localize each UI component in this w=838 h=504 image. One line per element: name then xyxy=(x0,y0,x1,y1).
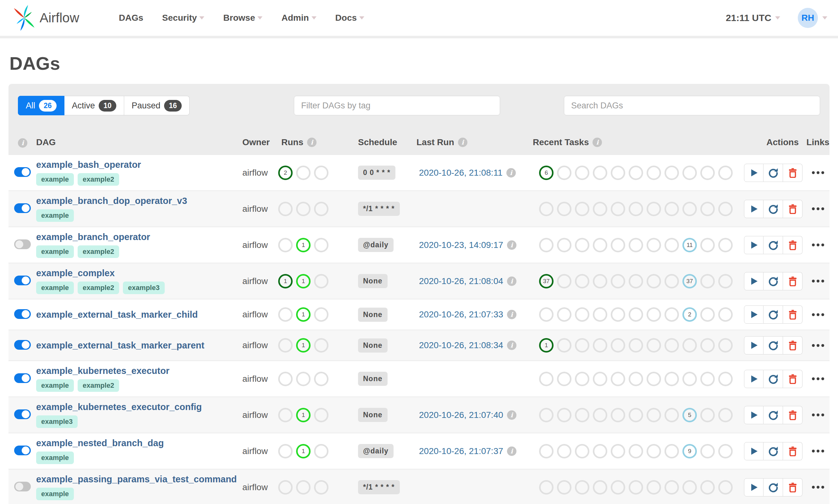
refresh-dag-button[interactable] xyxy=(764,236,783,254)
dag-pause-toggle[interactable] xyxy=(14,446,31,455)
task-state-circle-empty[interactable] xyxy=(611,307,625,322)
task-state-circle-empty[interactable] xyxy=(682,372,697,386)
task-state-circle-empty[interactable] xyxy=(629,372,643,386)
task-state-circle-empty[interactable] xyxy=(664,238,679,252)
info-icon[interactable]: i xyxy=(18,138,28,148)
run-state-circle-empty[interactable] xyxy=(314,238,328,252)
dag-tag[interactable]: example2 xyxy=(78,246,119,258)
run-state-circle-empty[interactable] xyxy=(278,372,293,386)
task-state-circle-empty[interactable] xyxy=(718,166,733,180)
refresh-dag-button[interactable] xyxy=(764,200,783,218)
run-state-circle-empty[interactable] xyxy=(278,408,293,422)
last-run-link[interactable]: 2020-10-26, 21:07:37 xyxy=(419,446,503,456)
search-input[interactable] xyxy=(564,96,820,115)
task-state-circle-empty[interactable] xyxy=(593,480,607,494)
dag-tag[interactable]: example xyxy=(36,209,74,222)
dag-tag[interactable]: example2 xyxy=(78,379,119,392)
dag-tag[interactable]: example xyxy=(36,173,74,186)
task-state-circle-empty[interactable] xyxy=(575,480,589,494)
run-state-circle-empty[interactable] xyxy=(314,480,328,494)
schedule-badge[interactable]: None xyxy=(358,274,388,288)
task-state-circle-empty[interactable] xyxy=(700,338,715,353)
refresh-dag-button[interactable] xyxy=(764,406,783,424)
task-state-circle-empty[interactable] xyxy=(646,408,661,422)
task-state-circle-empty[interactable] xyxy=(557,274,571,288)
dag-pause-toggle[interactable] xyxy=(14,239,31,249)
task-state-circle-empty[interactable] xyxy=(664,444,679,458)
run-state-circle-empty[interactable] xyxy=(314,274,328,288)
task-state-circle-none[interactable]: 11 xyxy=(682,238,697,252)
task-state-circle-empty[interactable] xyxy=(593,338,607,353)
task-state-circle-empty[interactable] xyxy=(557,238,571,252)
task-state-circle-empty[interactable] xyxy=(611,238,625,252)
menu-item-security[interactable]: Security xyxy=(153,13,214,23)
task-state-circle-empty[interactable] xyxy=(700,166,715,180)
info-icon[interactable]: i xyxy=(307,138,317,147)
delete-dag-button[interactable] xyxy=(783,442,802,460)
task-state-circle-empty[interactable] xyxy=(646,480,661,494)
run-state-circle-empty[interactable] xyxy=(278,444,293,458)
trigger-dag-button[interactable] xyxy=(744,336,764,355)
task-state-circle-empty[interactable] xyxy=(575,444,589,458)
info-icon[interactable]: i xyxy=(458,138,467,147)
task-state-circle-empty[interactable] xyxy=(700,480,715,494)
trigger-dag-button[interactable] xyxy=(744,442,764,460)
run-state-circle-empty[interactable] xyxy=(314,444,328,458)
dag-link[interactable]: example_complex xyxy=(36,268,115,278)
column-last-run[interactable]: Last Run i xyxy=(413,137,529,147)
dag-tag[interactable]: example xyxy=(36,282,74,294)
delete-dag-button[interactable] xyxy=(783,272,802,290)
delete-dag-button[interactable] xyxy=(783,406,802,424)
task-state-circle-empty[interactable] xyxy=(664,408,679,422)
trigger-dag-button[interactable] xyxy=(744,478,764,497)
delete-dag-button[interactable] xyxy=(783,336,802,355)
tab-active[interactable]: Active10 xyxy=(65,96,124,115)
dag-pause-toggle[interactable] xyxy=(14,373,31,383)
delete-dag-button[interactable] xyxy=(783,236,802,254)
task-state-circle-empty[interactable] xyxy=(593,238,607,252)
schedule-badge[interactable]: @daily xyxy=(358,444,394,458)
column-schedule[interactable]: Schedule xyxy=(350,137,413,147)
dag-tag[interactable]: example xyxy=(36,451,74,464)
refresh-dag-button[interactable] xyxy=(764,336,783,355)
task-state-circle-empty[interactable] xyxy=(557,480,571,494)
task-state-circle-empty[interactable] xyxy=(611,444,625,458)
dag-pause-toggle[interactable] xyxy=(14,482,31,491)
info-icon[interactable]: i xyxy=(507,410,516,420)
column-owner[interactable]: Owner xyxy=(240,137,278,147)
task-state-circle-none[interactable]: 2 xyxy=(682,307,697,322)
dag-link[interactable]: example_external_task_marker_child xyxy=(36,309,198,320)
task-state-circle-empty[interactable] xyxy=(646,166,661,180)
run-state-circle-empty[interactable] xyxy=(296,480,310,494)
info-icon[interactable]: i xyxy=(507,447,516,456)
dag-link[interactable]: example_external_task_marker_parent xyxy=(36,340,204,351)
task-state-circle-empty[interactable] xyxy=(539,444,554,458)
dag-pause-toggle[interactable] xyxy=(14,309,31,319)
trigger-dag-button[interactable] xyxy=(744,200,764,218)
task-state-circle-empty[interactable] xyxy=(700,408,715,422)
task-state-circle-empty[interactable] xyxy=(629,444,643,458)
task-state-circle-empty[interactable] xyxy=(539,372,554,386)
task-state-circle-empty[interactable] xyxy=(539,202,554,216)
schedule-badge[interactable]: 0 0 * * * xyxy=(358,166,395,180)
refresh-dag-button[interactable] xyxy=(764,442,783,460)
run-state-circle-empty[interactable] xyxy=(278,307,293,322)
task-state-circle-empty[interactable] xyxy=(557,202,571,216)
run-state-circle-empty[interactable] xyxy=(296,166,310,180)
task-state-circle-empty[interactable] xyxy=(557,372,571,386)
run-state-circle-empty[interactable] xyxy=(278,202,293,216)
dag-tag[interactable]: example3 xyxy=(36,415,78,428)
menu-item-dags[interactable]: DAGs xyxy=(109,13,153,23)
task-state-circle-empty[interactable] xyxy=(629,307,643,322)
task-state-circle-empty[interactable] xyxy=(575,274,589,288)
info-icon[interactable]: i xyxy=(507,240,516,250)
delete-dag-button[interactable] xyxy=(783,164,802,182)
task-state-circle-empty[interactable] xyxy=(646,444,661,458)
schedule-badge[interactable]: */1 * * * * xyxy=(358,480,400,494)
task-state-circle-empty[interactable] xyxy=(539,480,554,494)
dag-link[interactable]: example_kubernetes_executor_config xyxy=(36,402,202,412)
airflow-logo[interactable]: Airflow xyxy=(11,4,79,32)
trigger-dag-button[interactable] xyxy=(744,236,764,254)
task-state-circle-empty[interactable] xyxy=(700,372,715,386)
dag-pause-toggle[interactable] xyxy=(14,203,31,213)
